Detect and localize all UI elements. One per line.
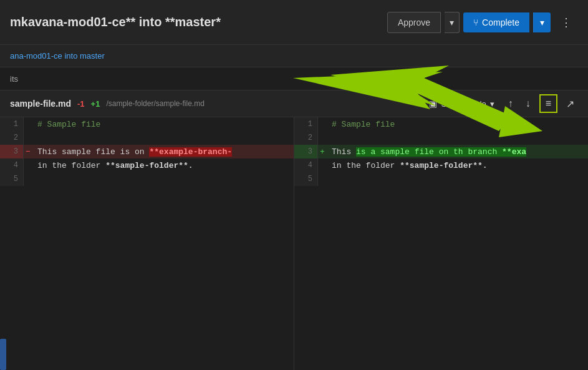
- diff-right-pane: 1 # Sample file 2 3 + This is a sample f…: [294, 117, 588, 370]
- line-content: This is a sample file on th branch **exa: [327, 145, 588, 158]
- scroll-down-button[interactable]: ↓: [522, 95, 534, 112]
- side-by-side-button[interactable]: ▣ Side-by-side ▾: [424, 96, 499, 111]
- line-content: This sample file is on **example-branch-: [32, 145, 294, 158]
- subheader: ana-mod01-ce into master: [0, 45, 588, 67]
- line-content: [327, 131, 588, 145]
- section-label: its: [0, 67, 588, 90]
- page-header: mkavana-mod01-ce** into **master* Approv…: [0, 0, 588, 45]
- file-path: /sample-folder/sample-file.md: [106, 99, 204, 108]
- line-marker: [24, 158, 32, 172]
- diff-content: 1 # Sample file 2 3 − This sample file i…: [0, 117, 588, 370]
- view-mode-caret-icon: ▾: [490, 99, 494, 109]
- line-number: 5: [0, 172, 24, 186]
- line-content: [32, 131, 294, 145]
- line-number: 1: [0, 117, 24, 131]
- line-number: 4: [0, 158, 24, 172]
- diff-controls: ▣ Side-by-side ▾ ↑ ↓ ≡ ↗: [424, 94, 578, 113]
- line-marker: [318, 172, 327, 186]
- line-marker: [24, 117, 32, 131]
- diff-line-removed: 3 − This sample file is on **example-bra…: [0, 145, 294, 158]
- line-number: 1: [294, 117, 318, 131]
- line-number: 5: [294, 172, 318, 186]
- line-marker: [318, 158, 327, 172]
- diff-line: 1 # Sample file: [294, 117, 588, 131]
- line-content: # Sample file: [327, 117, 588, 131]
- diff-line: 5: [0, 172, 294, 186]
- line-content: in the folder **sample-folder**.: [327, 158, 588, 172]
- line-number: 4: [294, 158, 318, 172]
- line-number: 3: [0, 145, 24, 158]
- complete-dropdown-button[interactable]: ▾: [533, 12, 551, 32]
- complete-button[interactable]: ⑂ Complete: [463, 12, 529, 32]
- approve-button[interactable]: Approve: [387, 12, 441, 33]
- scroll-up-button[interactable]: ↑: [504, 95, 517, 112]
- diff-left-pane: 1 # Sample file 2 3 − This sample file i…: [0, 117, 294, 370]
- line-content: [327, 172, 588, 186]
- line-marker: [318, 117, 327, 131]
- line-number: 2: [0, 131, 24, 145]
- diff-line: 5: [294, 172, 588, 186]
- diff-line: 4 in the folder **sample-folder**.: [0, 158, 294, 172]
- page-title: mkavana-mod01-ce** into **master*: [10, 15, 221, 29]
- diff-plus-stat: +1: [91, 99, 100, 109]
- line-number: 3: [294, 145, 318, 158]
- line-marker: [318, 131, 327, 145]
- diff-line: 2: [294, 131, 588, 145]
- line-content: [32, 172, 294, 186]
- line-marker: [24, 131, 32, 145]
- expand-button[interactable]: ↗: [562, 95, 578, 112]
- line-number: 2: [294, 131, 318, 145]
- diff-settings-button[interactable]: ≡: [539, 94, 557, 113]
- line-marker: +: [318, 145, 327, 158]
- file-diff-header: sample-file.md -1 +1 /sample-folder/samp…: [0, 90, 588, 117]
- file-name: sample-file.md: [10, 99, 71, 109]
- scrollbar-indicator: [0, 339, 6, 370]
- approve-dropdown-button[interactable]: ▾: [445, 12, 460, 33]
- diff-line: 2: [0, 131, 294, 145]
- line-content: in the folder **sample-folder**.: [32, 158, 294, 172]
- branch-link[interactable]: ana-mod01-ce into master: [10, 51, 105, 61]
- file-info: sample-file.md -1 +1 /sample-folder/samp…: [10, 99, 205, 109]
- more-options-button[interactable]: ⋮: [554, 11, 578, 34]
- line-content: # Sample file: [32, 117, 294, 131]
- side-by-side-icon: ▣: [429, 99, 437, 109]
- diff-line: 1 # Sample file: [0, 117, 294, 131]
- diff-line-added: 3 + This is a sample file on th branch *…: [294, 145, 588, 158]
- line-marker: [24, 172, 32, 186]
- diff-line: 4 in the folder **sample-folder**.: [294, 158, 588, 172]
- line-marker: −: [24, 145, 32, 158]
- header-actions: Approve ▾ ⑂ Complete ▾ ⋮: [387, 11, 578, 34]
- diff-minus-stat: -1: [77, 99, 85, 109]
- git-branch-icon: ⑂: [473, 17, 478, 27]
- settings-icon: ≡: [546, 98, 551, 109]
